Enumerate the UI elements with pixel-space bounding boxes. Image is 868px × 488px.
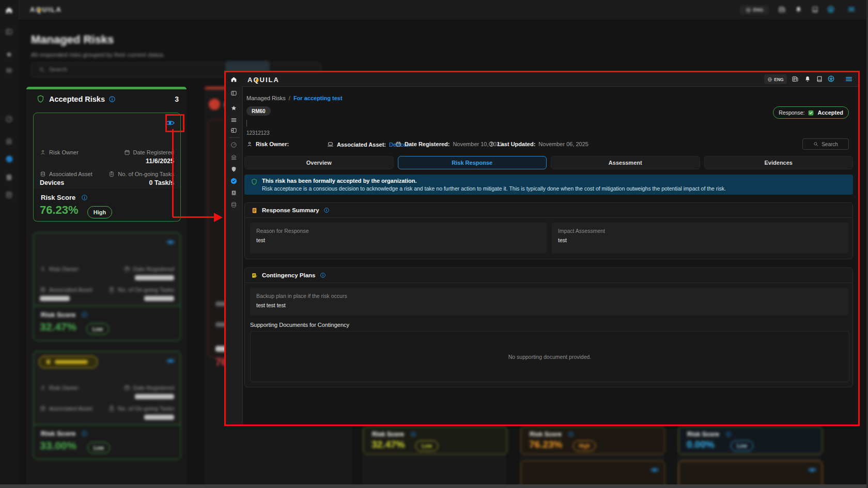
sidebar-panel-icon[interactable]	[5, 28, 13, 36]
ongoing-tasks-value: 0 Task/s	[149, 179, 174, 186]
breadcrumb-separator: /	[289, 95, 290, 101]
news-icon[interactable]	[778, 6, 786, 13]
risk-code-label: RM60	[252, 108, 266, 114]
rail-table-icon[interactable]	[230, 127, 237, 134]
detail-language-button[interactable]: ENG	[764, 74, 787, 84]
sidebar-db-icon[interactable]	[5, 191, 13, 199]
date-registered-label: Date Registered	[133, 385, 175, 391]
news-icon[interactable]	[792, 75, 799, 83]
sidebar-star-icon[interactable]	[5, 51, 13, 58]
tab-overview[interactable]: Overview	[244, 156, 394, 169]
rail-badge-icon[interactable]	[230, 190, 237, 196]
sidebar-bank-icon[interactable]	[5, 137, 13, 145]
blurred-text-placeholder	[144, 415, 174, 420]
risk-score-value: 76.23%	[529, 439, 562, 450]
brand-q-dot	[38, 9, 41, 11]
asset-icon	[40, 405, 46, 412]
ongoing-tasks-label: No. of On-going Tasks	[118, 287, 174, 293]
annotation-arrow-horizontal	[173, 216, 215, 218]
info-icon[interactable]	[320, 272, 326, 278]
screen: AQUILA ENG Managed Risks All responded r…	[0, 0, 868, 488]
wheel-icon[interactable]	[827, 75, 835, 83]
breadcrumb-current: For accepting test	[293, 95, 343, 101]
main-language-label: ENG	[753, 7, 764, 12]
accepted-column-title: Accepted Risks	[49, 95, 105, 103]
bell-icon[interactable]	[804, 75, 811, 83]
menu-icon[interactable]	[845, 75, 853, 83]
meta-last-updated: Last Updated: November 06, 2025	[488, 141, 588, 147]
breadcrumb: Managed Risks / For accepting test	[246, 95, 343, 101]
person-icon	[246, 141, 253, 147]
calendar-icon	[124, 266, 130, 272]
asset-icon	[40, 287, 46, 293]
risk-owner-label: Risk Owner	[49, 149, 79, 155]
supporting-documents-empty: No supporting document provided.	[250, 331, 849, 382]
annotation-eye-highlight-box	[165, 114, 184, 132]
risk-ref: 12312123	[246, 130, 270, 136]
detail-search-label: Search	[822, 141, 838, 147]
response-badge-value: Accepted	[817, 109, 843, 116]
reason-label: Reason for Response	[256, 228, 309, 234]
info-icon[interactable]	[323, 207, 330, 213]
risk-owner-label: Risk Owner:	[256, 141, 289, 147]
blurred-text-placeholder	[144, 296, 174, 301]
risk-owner-label: Risk Owner	[49, 385, 79, 391]
rail-panel-icon[interactable]	[230, 90, 237, 97]
wheel-icon[interactable]	[827, 5, 835, 13]
rail-bank-icon[interactable]	[230, 154, 237, 161]
tab-evidences[interactable]: Evidences	[704, 156, 854, 169]
last-updated-label: Last Updated:	[498, 141, 535, 147]
bell-icon[interactable]	[795, 6, 802, 13]
main-language-button[interactable]: ENG	[740, 5, 769, 14]
info-icon[interactable]	[109, 96, 116, 103]
risk-score-label: Risk Score	[687, 431, 719, 438]
risk-card[interactable]: Risk Owner Date Registered 11/6/2025 Ass…	[33, 113, 181, 190]
accepted-count: 3	[171, 95, 179, 103]
rail-star-icon[interactable]	[230, 105, 237, 112]
blurred-text-placeholder	[40, 296, 70, 301]
view-risk-eye-icon[interactable]	[808, 465, 817, 475]
info-icon	[725, 431, 732, 437]
sidebar-badge-icon[interactable]	[5, 174, 13, 181]
risk-card[interactable]: Risk Owner Date Registered Associated As…	[33, 232, 181, 308]
menu-icon[interactable]	[847, 5, 856, 13]
rail-db-icon[interactable]	[230, 201, 237, 208]
book-icon[interactable]	[811, 6, 819, 13]
sidebar-home-icon[interactable]	[5, 6, 13, 14]
view-risk-eye-icon[interactable]	[166, 356, 175, 366]
book-icon[interactable]	[816, 75, 823, 83]
sidebar-active-icon[interactable]	[5, 155, 13, 163]
breadcrumb-parent[interactable]: Managed Risks	[246, 95, 286, 101]
rail-list-icon[interactable]	[230, 117, 237, 123]
rail-active-icon[interactable]	[230, 177, 238, 185]
associated-asset-label: Associated Asset	[49, 171, 92, 177]
detail-search-button[interactable]: Search	[802, 138, 849, 150]
tab-risk-response[interactable]: Risk Response	[398, 156, 547, 169]
risk-code-badge: RM60	[246, 106, 271, 116]
risk-card[interactable]: Risk Owner Date Registered Associated As…	[33, 351, 181, 427]
info-icon[interactable]	[81, 194, 88, 201]
tab-assessment[interactable]: Assessment	[551, 156, 700, 169]
info-icon[interactable]	[81, 311, 88, 318]
banner-body: Risk acceptance is a conscious decision …	[262, 185, 726, 192]
view-risk-eye-icon[interactable]	[166, 238, 175, 247]
rejected-icon	[209, 99, 220, 110]
view-risk-eye-icon[interactable]	[650, 465, 659, 475]
contingency-plans-section: Contingency Plans Backup plan in place i…	[244, 267, 853, 387]
sidebar-gauge-icon[interactable]	[5, 115, 13, 123]
risk-score-value: 32.47%	[371, 439, 405, 450]
rail-gauge-icon[interactable]	[230, 141, 237, 148]
plan-icon	[251, 272, 258, 279]
text-cursor	[246, 120, 247, 127]
contingency-title: Contingency Plans	[262, 272, 316, 278]
risk-level-badge: High	[573, 440, 596, 451]
risk-level-badge: High	[87, 206, 112, 218]
risk-score-section: Risk Score 33.00% Low	[33, 424, 181, 460]
info-icon[interactable]	[81, 430, 88, 437]
sidebar-list-icon[interactable]	[5, 67, 13, 74]
calendar-icon	[395, 141, 401, 147]
info-icon	[568, 431, 574, 437]
rail-shield-icon[interactable]	[230, 166, 237, 172]
rail-home-icon[interactable]	[230, 76, 237, 83]
date-registered-label: Date Registered	[133, 266, 175, 272]
